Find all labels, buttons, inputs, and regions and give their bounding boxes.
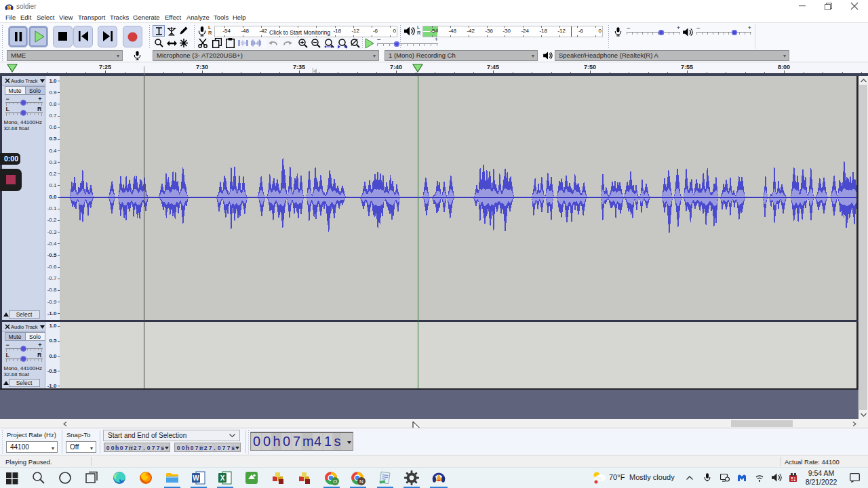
svg-text:W: W bbox=[193, 474, 199, 482]
svg-text:X: X bbox=[220, 474, 225, 482]
svg-text:O: O bbox=[333, 479, 337, 485]
svg-text:N: N bbox=[359, 479, 363, 485]
